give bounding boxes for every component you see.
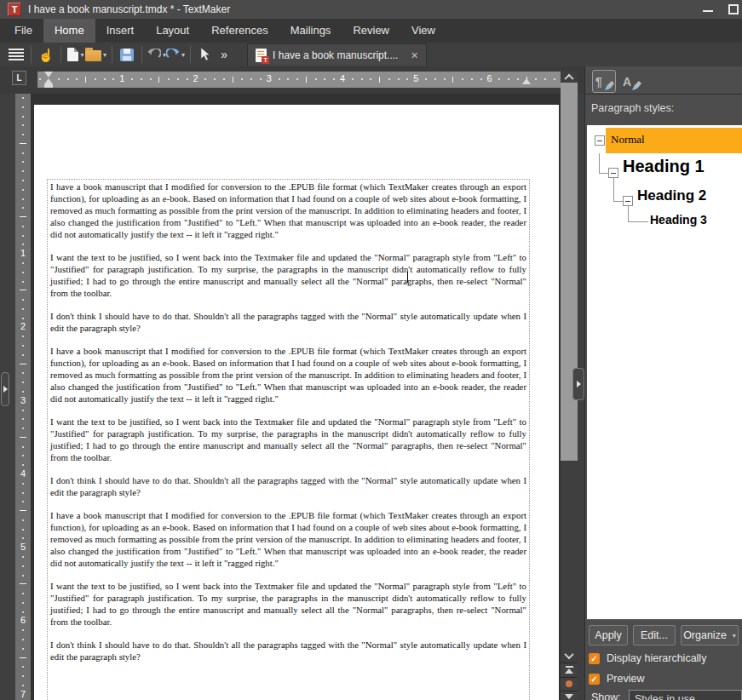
- menu-lines-button[interactable]: [7, 44, 26, 65]
- paragraph[interactable]: I don't think I should have to do that. …: [50, 639, 526, 663]
- paragraph-styles-list[interactable]: NormalHeading 1Heading 2Heading 3: [587, 125, 742, 619]
- document-icon: [256, 49, 267, 62]
- chevron-down-icon: ▾: [733, 632, 736, 640]
- panel-separator: [585, 94, 742, 95]
- show-filter-select[interactable]: Styles in use: [629, 690, 742, 700]
- menu-item-file[interactable]: File: [3, 19, 43, 43]
- ruler-tick: [22, 666, 24, 668]
- minimize-button[interactable]: [697, 0, 719, 19]
- ruler-tick: [498, 78, 500, 80]
- scroll-up-button[interactable]: [561, 72, 578, 83]
- menu-item-review[interactable]: Review: [342, 19, 400, 43]
- tree-connector: [613, 201, 623, 202]
- ruler-tick: [250, 78, 252, 80]
- new-document-icon: [67, 48, 78, 61]
- scrollbar-thumb[interactable]: [561, 83, 578, 461]
- style-item-heading-3[interactable]: Heading 3: [650, 213, 707, 227]
- paragraph[interactable]: I want the text to be justified, so I we…: [50, 580, 526, 628]
- menu-item-insert[interactable]: Insert: [95, 19, 146, 43]
- tree-collapse-icon[interactable]: [595, 135, 605, 146]
- new-document-button[interactable]: ▾: [66, 44, 85, 65]
- paragraph[interactable]: I have a book manuscript that I modified…: [50, 509, 526, 569]
- checkbox-checked-icon[interactable]: ✓: [589, 674, 600, 685]
- paragraph[interactable]: I have a book manuscript that I modified…: [50, 345, 526, 405]
- ruler-number: 4: [337, 73, 348, 83]
- ruler-tick: [22, 354, 24, 356]
- toolbar-overflow-button[interactable]: »: [215, 44, 233, 65]
- paragraph[interactable]: I have a book manuscript that I modified…: [50, 181, 526, 240]
- touch-mode-button[interactable]: ☝: [37, 44, 55, 65]
- browse-object-button[interactable]: [561, 677, 578, 690]
- menu-item-mailings[interactable]: Mailings: [279, 19, 342, 43]
- right-indent-marker[interactable]: [522, 78, 531, 84]
- left-indent-marker[interactable]: [44, 84, 53, 88]
- paragraph[interactable]: I don't think I should have to do that. …: [50, 310, 526, 334]
- previous-page-button[interactable]: [561, 663, 578, 676]
- organize-button[interactable]: Organize ▾: [681, 625, 739, 645]
- chevron-down-icon: [564, 650, 573, 659]
- ruler-tick: [22, 281, 24, 283]
- paragraph[interactable]: I want the text to be justified, so I we…: [50, 416, 526, 463]
- undo-button[interactable]: ▾: [147, 44, 166, 65]
- edit-button[interactable]: Edit...: [633, 625, 676, 645]
- object-mode-button[interactable]: [196, 44, 215, 65]
- tree-connector: [599, 173, 608, 174]
- menu-bar: FileHomeInsertLayoutReferencesMailingsRe…: [0, 19, 742, 43]
- tree-connector: [628, 221, 648, 222]
- chevron-up-icon: [564, 73, 573, 83]
- apply-button[interactable]: Apply: [589, 625, 628, 645]
- checkbox-checked-icon[interactable]: ✓: [589, 653, 600, 664]
- ruler-number: 1: [117, 73, 127, 83]
- character-styles-tab[interactable]: A: [619, 70, 643, 93]
- ruler-tick: [22, 611, 24, 613]
- option-display-hierarchically[interactable]: ✓Display hierarchically: [589, 651, 706, 665]
- tree-collapse-icon[interactable]: [608, 168, 618, 178]
- toolbar-separator: [31, 46, 32, 63]
- save-button[interactable]: [118, 44, 136, 65]
- chevron-down-icon[interactable]: ▾: [103, 51, 106, 59]
- menu-item-layout[interactable]: Layout: [145, 19, 200, 43]
- scroll-down-button[interactable]: [561, 650, 578, 662]
- paragraph[interactable]: I want the text to be justified, so I we…: [50, 251, 526, 299]
- style-item-heading-2[interactable]: Heading 2: [637, 187, 706, 204]
- hanging-indent-marker[interactable]: [44, 78, 53, 84]
- next-page-button[interactable]: [561, 691, 578, 700]
- paragraph[interactable]: I don't think I should have to do that. …: [50, 474, 526, 498]
- menu-item-home[interactable]: Home: [43, 19, 95, 43]
- style-item-heading-1[interactable]: Heading 1: [623, 157, 705, 176]
- paragraph-styles-tab[interactable]: ¶: [592, 70, 616, 93]
- style-item-normal[interactable]: Normal: [611, 133, 645, 146]
- ruler-tick: [22, 124, 24, 126]
- first-line-indent-marker[interactable]: [44, 72, 53, 77]
- left-sidebar-toggle[interactable]: [1, 372, 9, 406]
- tree-collapse-icon[interactable]: [623, 196, 633, 206]
- triangle-down-icon: [565, 694, 573, 699]
- tab-close-icon[interactable]: ×: [411, 49, 417, 62]
- open-button[interactable]: ▾: [85, 44, 106, 65]
- ruler-tick: [22, 134, 24, 135]
- document-tab-label: I have a book manuscript....: [273, 49, 398, 61]
- menu-item-references[interactable]: References: [200, 19, 279, 43]
- option-preview[interactable]: ✓Preview: [589, 672, 644, 686]
- menu-item-view[interactable]: View: [400, 19, 446, 43]
- ruler-tick: [544, 78, 546, 80]
- tab-stop-selector[interactable]: L: [12, 71, 26, 85]
- text-frame[interactable]: I have a book manuscript that I modified…: [47, 179, 530, 700]
- ruler-tick: [22, 556, 24, 558]
- ruler-tick: [444, 78, 446, 80]
- ruler-tick: [315, 78, 317, 80]
- ruler-tick: [187, 78, 188, 80]
- ruler-tick: [223, 78, 225, 80]
- ruler-number: 4: [15, 468, 31, 479]
- ruler-tick: [20, 216, 26, 217]
- toolbar-separator: [141, 46, 142, 63]
- document-tab[interactable]: I have a book manuscript.... ×: [247, 43, 427, 66]
- chevron-down-icon[interactable]: ▾: [181, 51, 185, 59]
- chevron-down-icon[interactable]: ▾: [80, 51, 83, 59]
- redo-button[interactable]: ▾: [166, 44, 185, 65]
- maximize-button[interactable]: [722, 0, 742, 19]
- ruler-tick: [141, 78, 142, 80]
- save-icon: [120, 49, 134, 61]
- right-sidebar-toggle[interactable]: [572, 368, 584, 400]
- ruler-tick: [324, 78, 325, 80]
